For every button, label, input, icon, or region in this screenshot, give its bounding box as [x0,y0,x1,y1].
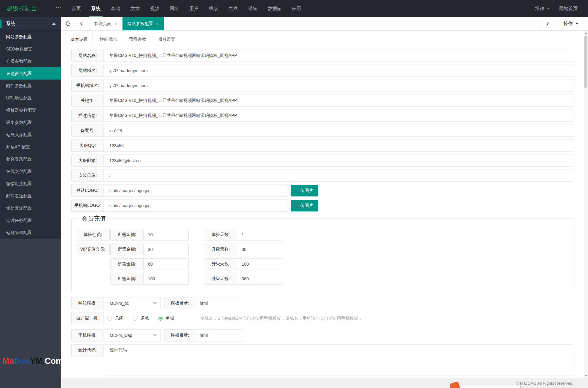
refresh-button[interactable] [61,17,75,30]
form-row-site-name: 网站名称: [71,50,574,62]
description-input[interactable] [104,110,574,121]
sidebar-item-attachment-params[interactable]: 附件参数配置 [0,80,61,92]
nav-item-collect[interactable]: 采集 [243,0,262,17]
sidebar-collapse-icon[interactable]: ··· [51,5,66,13]
main-area: 欢迎页面 × 网站参数配置 × 操作 基本设置 性能优化 预留参数 后台设置 网… [61,17,588,388]
active-group-indicator [0,20,2,28]
scrollbar-thumb[interactable] [584,35,587,88]
radio-adaptive-multi-domain[interactable]: 多域 [133,315,149,321]
form-row-icp: 备案号: [71,125,574,137]
tab-welcome-page[interactable]: 欢迎页面 × [89,17,123,30]
upload-image-button[interactable]: 上传图片 [291,200,318,211]
vip-days-input-1[interactable] [237,244,282,255]
tab-reserved-params[interactable]: 预留参数 [124,33,151,45]
tab-operate-dropdown[interactable]: 操作 [554,17,588,30]
nav-item-video[interactable]: 视频 [145,0,164,17]
field-label: 自适应手机: [71,312,104,324]
form-row-service-email: 客服邮箱: [71,155,574,167]
sidebar-item-external-store[interactable]: 站外入库配置 [0,129,61,141]
keywords-input[interactable] [104,95,574,106]
nav-item-template[interactable]: 模版 [204,0,223,17]
tab-site-params[interactable]: 网站参数配置 × [123,17,164,30]
chevron-down-icon [547,8,550,9]
watermark-part: Dou [14,356,30,366]
site-template-dir-input[interactable] [195,297,243,309]
fieldset-legend: 会员充值 [78,215,109,223]
nav-item-article[interactable]: 文章 [125,0,145,17]
topbar-operate-label: 操作 [535,6,544,12]
sidebar-item-seo-params[interactable]: SEO参数配置 [0,43,61,55]
radio-adaptive-off[interactable]: 关闭 [107,315,123,321]
sidebar-group-system[interactable]: 系统 [0,17,61,31]
tab-basic-settings[interactable]: 基本设置 [66,33,92,45]
radio-adaptive-single-domain[interactable]: 单域 [158,315,174,321]
vip-days-input-3[interactable] [237,273,282,284]
sidebar-item-wechat[interactable]: 微信对接配置 [0,177,61,190]
trial-days-input[interactable] [237,229,282,240]
tab-label: 欢迎页面 [94,21,111,27]
sidebar-item-url-config[interactable]: URL地址配置 [0,92,61,104]
nav-item-system[interactable]: 系统 [86,0,106,17]
sidebar-item-player-params[interactable]: 播放器参数配置 [0,104,61,116]
vip-amount-input-3[interactable] [144,273,188,284]
field-label: 手机模板: [71,329,104,341]
topbar-operate-dropdown[interactable]: 操作 [530,6,555,12]
nav-item-links[interactable]: 网址 [164,0,184,17]
watermark-part: Ma [2,356,14,366]
upload-image-button[interactable]: 上传图片 [291,185,318,196]
tabs-scroll-left-button[interactable] [75,17,89,30]
site-domain-input[interactable] [104,65,574,76]
trial-amount-input[interactable] [144,229,188,240]
sidebar-item-site-group[interactable]: 站群管理配置 [0,226,61,239]
field-label: 网站名称: [72,50,104,62]
site-template-select[interactable]: MDkm_pc [105,297,161,309]
sidebar-item-sms-send[interactable]: 短信发送配置 [0,202,61,214]
tab-backend-settings[interactable]: 后台设置 [153,33,180,45]
chevron-down-icon [153,334,157,337]
vertical-scrollbar[interactable] [584,31,588,378]
chevron-down-icon [153,302,157,304]
sidebar-item-collect-params[interactable]: 采集参数配置 [0,116,61,129]
stats-code-textarea[interactable]: 统计代码 [105,344,574,375]
sidebar-item-oauth-login[interactable]: 整合登录配置 [0,153,61,165]
nav-item-user[interactable]: 用户 [184,0,204,17]
icp-input[interactable] [104,125,574,136]
scroll-down-icon[interactable] [585,375,587,377]
tab-performance[interactable]: 性能优化 [95,33,122,45]
sidebar-item-cron-tasks[interactable]: 定时任务配置 [0,214,61,226]
close-icon[interactable]: × [115,21,117,26]
site-name-input[interactable] [104,50,574,62]
scroll-up-icon[interactable] [585,32,587,34]
vip-amount-input-1[interactable] [144,244,188,255]
tabs-scroll-right-button[interactable] [540,17,554,30]
nav-item-app[interactable]: 应用 [287,0,306,17]
sidebar-item-comment-config[interactable]: 评论留言配置 [0,67,61,80]
sidebar-item-site-params[interactable]: 网站参数配置 [0,31,61,43]
default-logo-input[interactable] [104,185,288,196]
vip-days-input-2[interactable] [237,259,282,270]
mobile-domain-input[interactable] [104,80,574,91]
sidebar-item-open-api[interactable]: 开放API配置 [0,141,61,153]
radio-label: 关闭 [115,315,123,321]
vip-amount-input-2[interactable] [144,259,188,270]
service-qq-input[interactable] [104,140,574,151]
nav-item-home[interactable]: 首页 [66,0,86,17]
mobile-logo-input[interactable] [104,200,288,211]
mobile-template-select[interactable]: MDkm_wap [105,329,161,341]
close-icon[interactable]: × [156,21,159,26]
nav-item-basic[interactable]: 基础 [106,0,125,17]
nav-item-generate[interactable]: 生成 [223,0,243,17]
amount-label: 所需金额: [111,244,144,255]
sidebar-item-email-send[interactable]: 邮件发送配置 [0,190,61,202]
nav-item-database[interactable]: 数据库 [262,0,287,17]
sidebar-item-member-params[interactable]: 会员参数配置 [0,55,61,67]
watermark-part: Com [45,356,63,366]
top-navigation: 首页 系统 基础 文章 视频 网址 用户 模版 生成 采集 数据库 应用 [66,0,306,17]
service-email-input[interactable] [104,155,574,166]
sidebar-item-online-payment[interactable]: 在线支付配置 [0,165,61,177]
site-home-link[interactable]: 网站首页 [559,6,578,12]
form-row-mobile-template: 手机模板: MDkm_wap 模板目录: [71,329,574,341]
mobile-template-dir-input[interactable] [195,330,243,341]
install-dir-input[interactable] [104,170,574,181]
amount-label: 所需金额: [111,273,144,284]
